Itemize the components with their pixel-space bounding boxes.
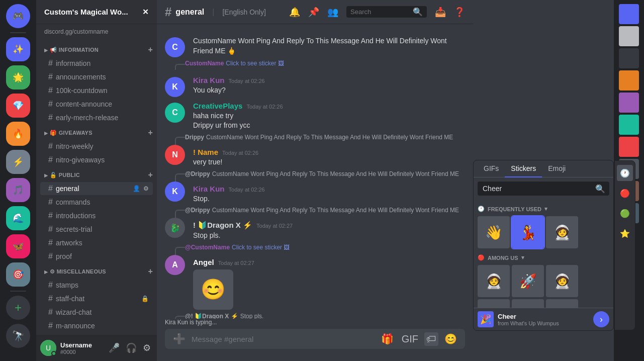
search-input[interactable]	[350, 8, 411, 16]
channel-item-announcements[interactable]: # announcements	[40, 70, 153, 83]
inbox-icon[interactable]: 📥	[435, 7, 446, 18]
chevron-right-icon: ›	[600, 314, 603, 325]
sticker-item-au-pink[interactable]: 🧑‍🚀	[478, 299, 510, 308]
channel-item-100k-countdown[interactable]: # 100k-countdown	[40, 84, 153, 97]
message-username[interactable]: Angel	[193, 258, 214, 266]
channel-item-commands[interactable]: # commands	[40, 196, 153, 209]
message-username[interactable]: Kira Kun	[193, 185, 225, 193]
sticker-footer-subtitle: from What's Up Wumpus	[498, 320, 559, 326]
members-icon[interactable]: 👥	[327, 7, 338, 18]
server-header[interactable]: Custom's Magical Wo... ✕	[36, 0, 157, 24]
tab-stickers[interactable]: Stickers	[505, 160, 542, 177]
home-server-icon[interactable]: 🎮	[6, 4, 30, 28]
channel-item-proof[interactable]: # proof	[40, 250, 153, 263]
add-channel-button[interactable]: +	[148, 45, 153, 54]
category-information-header[interactable]: ▶📢 INFORMATION +	[36, 43, 157, 56]
message-username[interactable]: CreativePlays	[193, 102, 242, 110]
channel-item-nitro-giveaways[interactable]: # nitro-giveaways	[40, 153, 153, 166]
server-icon-3[interactable]: 💎	[6, 94, 30, 118]
channel-item-information[interactable]: # information	[40, 57, 153, 70]
channel-item-early-merch-release[interactable]: # early-merch-release	[40, 111, 153, 124]
message-content-2: Drippy ur from ycc	[193, 121, 465, 131]
message-username[interactable]: ! Name	[193, 148, 218, 156]
reply-username: CustomName	[185, 60, 224, 67]
channel-item-stamps[interactable]: # stamps	[40, 279, 153, 292]
message-username[interactable]: ! 🔰Dragon X ⚡	[193, 221, 252, 230]
tab-gifs[interactable]: GIFs	[478, 160, 505, 177]
channel-item-secrets-trial[interactable]: # secrets-trial	[40, 223, 153, 236]
server-icon-2[interactable]: 🌟	[6, 65, 30, 89]
mute-button[interactable]: 🎤	[107, 340, 122, 355]
add-server-icon[interactable]: +	[6, 296, 30, 320]
user-name: Username	[60, 341, 103, 349]
sidebar-recent-icon[interactable]: 🕐	[617, 165, 633, 181]
add-attachment-button[interactable]: ➕	[171, 329, 188, 349]
add-channel-button[interactable]: +	[148, 128, 153, 137]
sticker-item-blob-dance[interactable]: 💃	[512, 216, 544, 248]
channel-item-nitro-weekly[interactable]: # nitro-weekly	[40, 140, 153, 153]
search-bar[interactable]: 🔍	[346, 6, 427, 18]
reply-line	[175, 64, 185, 70]
sticker-search-input[interactable]	[478, 182, 609, 196]
sticker-section-frequently-used[interactable]: 🕐 FREQUENTLY USED ▾	[478, 204, 609, 216]
sidebar-icon-3[interactable]: 🟢	[617, 205, 633, 221]
gift-icon[interactable]: 🎁	[379, 329, 396, 349]
message-timestamp: Today at 02:27	[218, 260, 254, 266]
pin-icon[interactable]: 📌	[308, 7, 319, 18]
deafen-button[interactable]: 🎧	[124, 340, 139, 355]
emoji-button[interactable]: 😊	[442, 329, 459, 349]
server-icon-9[interactable]: 🎯	[6, 262, 30, 287]
reply-content: CustomName Wont Ping And Reply To This M…	[212, 207, 459, 214]
notification-bell-icon[interactable]: 🔔	[289, 7, 300, 18]
color-swatch	[619, 137, 639, 157]
add-channel-button[interactable]: +	[148, 170, 153, 179]
tab-emoji[interactable]: Emoji	[542, 160, 572, 177]
server-icon-1[interactable]: ✨	[6, 37, 30, 61]
channel-item-staff-chat[interactable]: # staff-chat 🔒	[40, 292, 153, 305]
settings-button[interactable]: ⚙	[141, 340, 153, 355]
sticker-item-au-white[interactable]: 🧑‍🚀	[512, 299, 544, 308]
sticker-section-among-us[interactable]: 🔴 AMONG US ▾	[478, 252, 609, 265]
channel-item-introductions[interactable]: # introductions	[40, 209, 153, 222]
server-icon-6[interactable]: 🎵	[6, 178, 30, 202]
reply-bar: Drippy CustomName Wont Ping And Reply To…	[185, 134, 453, 141]
sticker-item-au-green[interactable]: 🧑‍🚀	[546, 265, 578, 297]
sticker-footer-title: Cheer	[498, 313, 559, 320]
avatar: 🐉	[165, 218, 185, 238]
server-icon-8[interactable]: 🦋	[6, 234, 30, 258]
sticker-item-au-red[interactable]: 🧑‍🚀	[478, 265, 510, 297]
channel-item-content-announce[interactable]: # content-announce	[40, 98, 153, 111]
chevron-down-icon: ▾	[544, 206, 547, 212]
sidebar-among-us-icon[interactable]: 🔴	[617, 185, 633, 201]
category-giveaways-header[interactable]: ▶🎁 GIVEAWAYS +	[36, 126, 157, 139]
table-row: @CustomName Click to see sticker 🖼 A Ang…	[157, 243, 473, 312]
message-input[interactable]	[192, 329, 375, 349]
hash-icon: #	[48, 100, 53, 109]
message-content: Stop.	[193, 194, 465, 204]
server-icon-7[interactable]: 🌊	[6, 206, 30, 230]
category-public-header[interactable]: ▶🔓 PUBLIC +	[36, 168, 157, 182]
help-icon[interactable]: ❓	[454, 7, 465, 18]
gif-button[interactable]: GIF	[400, 329, 420, 349]
sticker-footer-action-button[interactable]: ›	[593, 311, 609, 327]
sticker-item-blob-wave[interactable]: 👋	[478, 216, 510, 248]
sticker-item-among-yellow[interactable]: 🧑‍🚀	[546, 216, 578, 248]
add-channel-button[interactable]: +	[148, 267, 153, 276]
channel-item-wizard-chat[interactable]: # wizard-chat	[40, 306, 153, 319]
sticker-button[interactable]: 🏷	[424, 332, 438, 346]
channel-item-general[interactable]: # general 👤 ⚙	[40, 182, 153, 195]
sticker-item-au-white2[interactable]: 👷	[546, 299, 578, 308]
message-username[interactable]: Kira Kun	[193, 76, 225, 84]
reply-content: Stop pls.	[240, 313, 264, 319]
channel-header-name: general	[175, 8, 204, 17]
server-icon-4[interactable]: 🔥	[6, 122, 30, 146]
sticker-item-au-red2[interactable]: 🚀	[512, 265, 544, 297]
message-header: Kira Kun Today at 02:26	[193, 76, 465, 84]
explore-servers-icon[interactable]: 🔭	[6, 324, 30, 348]
channel-item-m-announce[interactable]: # m-announce	[40, 319, 153, 332]
channel-item-magical-army[interactable]: # magical-army	[40, 333, 153, 335]
sidebar-icon-4[interactable]: ⭐	[617, 225, 633, 241]
channel-item-artworks[interactable]: # artworks	[40, 236, 153, 249]
server-icon-5[interactable]: ⚡	[6, 150, 30, 174]
category-miscellaneous-header[interactable]: ▶⚙ MISCELLANEOUS +	[36, 265, 157, 278]
